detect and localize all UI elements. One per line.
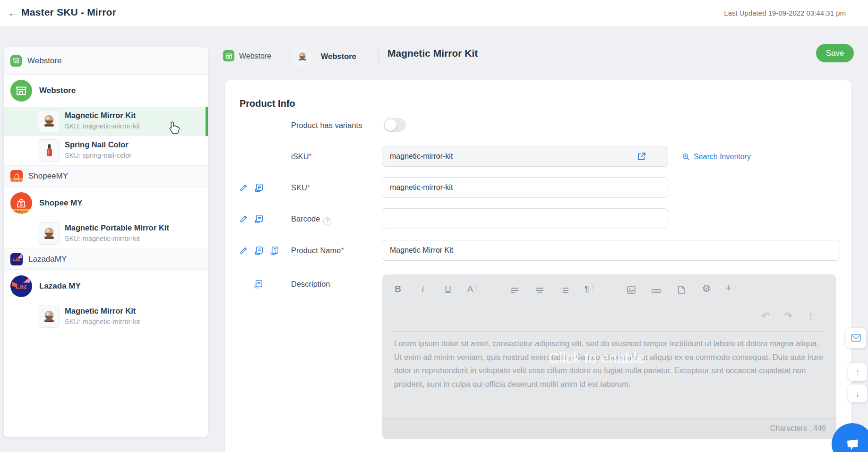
- store-avatar: [292, 47, 312, 67]
- store-row-lazada-my[interactable]: Laz Lazada MY: [4, 270, 208, 302]
- lazada-channel-icon: Laz: [10, 253, 23, 265]
- arrow-up-icon: ↑: [855, 367, 860, 378]
- zoom-plus-icon: [682, 153, 690, 161]
- feedback-mail-button[interactable]: [846, 328, 866, 348]
- name-row-actions: [238, 245, 280, 256]
- copy-all-languages-icon[interactable]: [269, 245, 280, 256]
- toggle-knob: [385, 119, 396, 131]
- section-label: ShopeeMY: [28, 171, 68, 181]
- breadcrumb-channel: Webstore: [239, 52, 271, 60]
- back-arrow-icon[interactable]: ←: [8, 7, 18, 19]
- ordered-list-icon[interactable]: [559, 282, 570, 294]
- variants-label: Product has variants: [291, 121, 362, 130]
- shopee-channel-icon: Malaysia: [10, 170, 23, 182]
- top-bar: ← Master SKU - Mirror Last Updated 19-09…: [0, 0, 868, 27]
- editor-toolbar: B i U A⋮ ¶⋮ ⚙ +⋮: [393, 282, 751, 294]
- section-header-lazadamy[interactable]: Laz LazadaMY: [4, 248, 208, 270]
- sku-label: SKU*: [291, 183, 310, 192]
- search-inventory-link[interactable]: Search Inventory: [682, 153, 751, 161]
- barcode-label: Barcode?: [291, 214, 331, 225]
- product-row-magnetic-mirror-kit-lazada[interactable]: Magnetic Mirror Kit SKU: magnetic-mirror…: [4, 302, 208, 332]
- webstore-store-icon: [10, 80, 32, 102]
- product-thumbnail: [38, 222, 60, 245]
- store-row-webstore[interactable]: Webstore: [4, 75, 208, 107]
- product-name-input[interactable]: [382, 240, 840, 261]
- description-editor[interactable]: B i U A⋮ ¶⋮ ⚙ +⋮: [382, 274, 836, 439]
- edit-pencil-icon[interactable]: [238, 213, 249, 224]
- editor-settings-icon[interactable]: ⚙: [701, 282, 712, 294]
- header-divider: [378, 49, 379, 67]
- copy-to-channels-icon[interactable]: [254, 182, 264, 193]
- undo-icon[interactable]: ↶: [762, 310, 770, 322]
- webstore-channel-icon: [10, 55, 22, 67]
- last-updated-text: Last Updated 19-09-2022 03:44:31 pm: [724, 9, 846, 17]
- editor-footer: Characters : 446: [382, 418, 836, 439]
- external-link-icon[interactable]: [636, 151, 646, 162]
- malaysia-badge: Malaysia: [10, 179, 23, 182]
- italic-icon[interactable]: i: [418, 282, 428, 294]
- copy-to-channels-icon[interactable]: [253, 279, 264, 289]
- sku-row-actions: [238, 182, 264, 193]
- editor-history-toolbar: ↶ ↷ ⋮: [762, 310, 816, 322]
- product-sku: SKU: magnetic-mirror-kit: [65, 318, 140, 325]
- product-title: Spring Nail Color: [65, 140, 129, 149]
- bold-icon[interactable]: B: [393, 282, 403, 294]
- page-title: Master SKU - Mirror: [21, 7, 116, 18]
- more-options-icon[interactable]: ⋮: [807, 311, 816, 321]
- help-icon[interactable]: ?: [323, 217, 331, 225]
- shopee-store-icon: Malaysia: [10, 192, 32, 214]
- paragraph-format-icon[interactable]: ¶⋮: [584, 282, 595, 294]
- section-header-webstore[interactable]: Webstore: [4, 47, 208, 75]
- edit-pencil-icon[interactable]: [238, 182, 249, 193]
- sku-input[interactable]: [382, 177, 668, 198]
- arrow-down-icon: ↓: [855, 388, 860, 399]
- align-left-icon[interactable]: [509, 282, 520, 294]
- description-label: Description: [291, 280, 330, 289]
- align-center-icon[interactable]: [534, 282, 545, 294]
- malaysia-badge: Malaysia: [10, 209, 32, 214]
- product-title: Magnetic Portable Mirror Kit: [65, 223, 169, 232]
- product-thumbnail: [38, 306, 60, 328]
- insert-link-icon[interactable]: [651, 282, 662, 294]
- section-label: LazadaMY: [28, 255, 67, 264]
- product-row-magnetic-portable-mirror-kit[interactable]: Magnetic Portable Mirror Kit SKU: magnet…: [4, 219, 208, 248]
- variants-toggle[interactable]: [384, 118, 406, 132]
- product-row-spring-nail-color[interactable]: Spring Nail Color SKU: spring-nail-color: [4, 136, 208, 165]
- underline-icon[interactable]: U: [443, 282, 453, 294]
- lazada-store-icon: Laz: [10, 275, 32, 297]
- barcode-row-actions: [238, 213, 264, 224]
- breadcrumb-store: Webstore: [321, 52, 356, 61]
- copy-to-channels-icon[interactable]: [254, 245, 264, 256]
- product-sku: SKU: magnetic-mirror-kit: [65, 235, 140, 242]
- product-thumbnail: [38, 139, 60, 162]
- lazada-glyph: Laz: [16, 282, 26, 290]
- product-row-magnetic-mirror-kit[interactable]: Magnetic Mirror Kit SKU: magnetic-mirror…: [4, 107, 208, 136]
- insert-file-icon[interactable]: [676, 282, 687, 294]
- product-thumbnail: [38, 110, 60, 132]
- product-name-label: Product Name*: [291, 246, 344, 255]
- product-title: Magnetic Mirror Kit: [65, 307, 136, 316]
- insert-image-icon[interactable]: [626, 282, 636, 294]
- click-to-enable-overlay[interactable]: Click to enable: [549, 350, 645, 367]
- store-name: Lazada MY: [39, 281, 81, 291]
- section-header-shopeemy[interactable]: Malaysia ShopeeMY: [4, 165, 208, 187]
- store-name: Webstore: [39, 86, 76, 95]
- store-row-shopee-my[interactable]: Malaysia Shopee MY: [4, 187, 208, 219]
- isku-input[interactable]: [382, 146, 668, 167]
- description-row-actions: [253, 279, 264, 289]
- product-title: Magnetic Mirror Kit: [65, 111, 136, 120]
- character-count: Characters : 446: [770, 424, 826, 433]
- redo-icon[interactable]: ↷: [784, 310, 792, 322]
- font-style-icon[interactable]: A⋮: [468, 282, 478, 294]
- scroll-up-button[interactable]: ↑: [848, 363, 867, 381]
- chat-bubble-icon: [843, 435, 862, 452]
- scroll-down-button[interactable]: ↓: [848, 384, 867, 402]
- edit-pencil-icon[interactable]: [238, 245, 249, 256]
- product-sku: SKU: magnetic-mirror-kit: [65, 122, 140, 130]
- barcode-input[interactable]: [382, 208, 668, 229]
- section-label: Webstore: [27, 56, 61, 66]
- isku-label: iSKU*: [291, 152, 312, 161]
- copy-to-channels-icon[interactable]: [254, 213, 264, 224]
- save-button[interactable]: Save: [816, 44, 854, 62]
- insert-more-icon[interactable]: +⋮: [726, 282, 737, 294]
